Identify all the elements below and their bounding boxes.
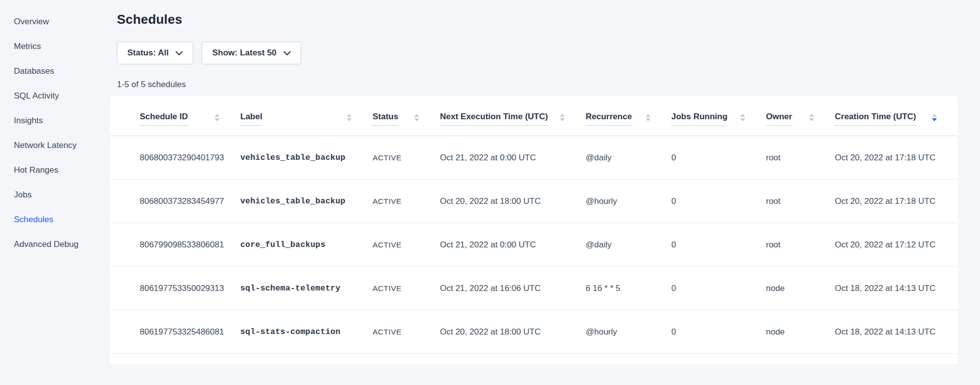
sort-asc-icon — [809, 114, 814, 117]
sort-asc-icon — [347, 114, 352, 117]
sort-asc-icon — [414, 114, 419, 117]
column-title: Schedule ID — [140, 112, 188, 126]
table-row: 806197753325486081sql-stats-compactionAC… — [110, 310, 958, 354]
show-filter-label: Show: Latest 50 — [212, 48, 276, 58]
cell-jobs-running: 0 — [671, 267, 766, 310]
table-header-row: Schedule IDLabelStatusNext Execution Tim… — [110, 96, 958, 136]
filter-bar: Status: All Show: Latest 50 — [117, 42, 958, 64]
cell-recurrence: @hourly — [586, 180, 671, 223]
sort-asc-icon — [646, 114, 651, 117]
cell-recurrence: @daily — [586, 136, 671, 180]
column-title: Owner — [766, 112, 792, 126]
column-header-owner[interactable]: Owner — [766, 96, 835, 136]
cell-id: 806197753325486081 — [110, 310, 240, 354]
chevron-down-icon — [283, 51, 291, 56]
sidebar-item-jobs[interactable]: Jobs — [14, 190, 110, 200]
column-header-label[interactable]: Label — [240, 96, 373, 136]
cell-label: vehicles_table_backup — [240, 136, 373, 180]
sort-icons — [740, 114, 745, 124]
sidebar-item-metrics[interactable]: Metrics — [14, 42, 110, 51]
cell-jobs-running: 0 — [671, 223, 766, 267]
sort-asc-icon — [560, 114, 565, 117]
cell-id: 806197753350029313 — [110, 267, 240, 310]
cell-recurrence: @daily — [586, 223, 671, 267]
sort-icons — [414, 114, 419, 124]
sidebar-item-databases[interactable]: Databases — [14, 66, 110, 76]
sidebar-item-schedules[interactable]: Schedules — [14, 215, 110, 225]
column-title: Creation Time (UTC) — [835, 112, 916, 126]
cell-id: 806799098533806081 — [110, 223, 240, 267]
sidebar-item-overview[interactable]: Overview — [14, 17, 110, 27]
cell-creation-time: Oct 20, 2022 at 17:18 UTC — [835, 180, 958, 223]
column-header-schedule-id[interactable]: Schedule ID — [110, 96, 240, 136]
sort-desc-icon — [347, 118, 352, 121]
cell-recurrence: @hourly — [586, 310, 671, 354]
cell-status: ACTIVE — [373, 310, 440, 354]
sidebar-item-insights[interactable]: Insights — [14, 116, 110, 126]
cell-owner: node — [766, 267, 835, 310]
status-filter-label: Status: All — [127, 48, 168, 58]
cell-id: 806800373290401793 — [110, 136, 240, 180]
column-header-creation-time-utc[interactable]: Creation Time (UTC) — [835, 96, 958, 136]
main-content: Schedules Status: All Show: Latest 50 1-… — [110, 0, 980, 385]
schedules-table: Schedule IDLabelStatusNext Execution Tim… — [110, 96, 958, 354]
column-title: Jobs Running — [671, 112, 727, 126]
cell-creation-time: Oct 20, 2022 at 17:12 UTC — [835, 223, 958, 267]
column-title: Recurrence — [586, 112, 632, 126]
cell-next-execution: Oct 21, 2022 at 0:00 UTC — [440, 136, 586, 180]
column-header-jobs-running[interactable]: Jobs Running — [671, 96, 766, 136]
cell-owner: root — [766, 180, 835, 223]
cell-status: ACTIVE — [373, 180, 440, 223]
page-title: Schedules — [117, 12, 958, 27]
column-header-recurrence[interactable]: Recurrence — [586, 96, 671, 136]
column-header-status[interactable]: Status — [373, 96, 440, 136]
cell-status: ACTIVE — [373, 223, 440, 267]
cell-jobs-running: 0 — [671, 136, 766, 180]
sort-desc-icon — [740, 118, 745, 121]
sort-icons — [215, 114, 219, 124]
sidebar-item-network-latency[interactable]: Network Latency — [14, 141, 110, 150]
sort-desc-icon — [560, 118, 565, 121]
column-header-next-execution-time-utc[interactable]: Next Execution Time (UTC) — [440, 96, 586, 136]
sort-desc-icon — [932, 118, 937, 121]
sort-asc-icon — [740, 114, 745, 117]
sidebar-item-hot-ranges[interactable]: Hot Ranges — [14, 165, 110, 175]
status-filter-dropdown[interactable]: Status: All — [117, 42, 193, 64]
sidebar-item-advanced-debug[interactable]: Advanced Debug — [14, 240, 110, 249]
table-row: 806799098533806081core_full_backupsACTIV… — [110, 223, 958, 267]
cell-owner: root — [766, 223, 835, 267]
sort-icons — [932, 114, 937, 124]
table-row: 806800373290401793vehicles_table_backupA… — [110, 136, 958, 180]
chevron-down-icon — [175, 51, 183, 56]
cell-label: vehicles_table_backup — [240, 180, 373, 223]
cell-creation-time: Oct 18, 2022 at 14:13 UTC — [835, 267, 958, 310]
cell-status: ACTIVE — [373, 267, 440, 310]
cell-id: 806800373283454977 — [110, 180, 240, 223]
cell-owner: root — [766, 136, 835, 180]
sort-icons — [809, 114, 814, 124]
sort-desc-icon — [809, 118, 814, 121]
cell-recurrence: 6 16 * * 5 — [586, 267, 671, 310]
sort-desc-icon — [646, 118, 651, 121]
cell-status: ACTIVE — [373, 136, 440, 180]
column-title: Next Execution Time (UTC) — [440, 112, 548, 126]
cell-next-execution: Oct 20, 2022 at 18:00 UTC — [440, 310, 586, 354]
sort-asc-icon — [932, 114, 937, 117]
cell-label: sql-stats-compaction — [240, 310, 373, 354]
sort-icons — [347, 114, 352, 124]
cell-creation-time: Oct 20, 2022 at 17:18 UTC — [835, 136, 958, 180]
sidebar-item-sql-activity[interactable]: SQL Activity — [14, 91, 110, 101]
sort-desc-icon — [414, 118, 419, 121]
column-title: Status — [373, 112, 398, 126]
cell-jobs-running: 0 — [671, 310, 766, 354]
column-title: Label — [240, 112, 262, 126]
show-filter-dropdown[interactable]: Show: Latest 50 — [202, 42, 301, 64]
results-count: 1-5 of 5 schedules — [117, 80, 958, 90]
table-row: 806800373283454977vehicles_table_backupA… — [110, 180, 958, 223]
cell-next-execution: Oct 21, 2022 at 16:06 UTC — [440, 267, 586, 310]
sort-desc-icon — [215, 118, 219, 121]
cell-jobs-running: 0 — [671, 180, 766, 223]
sort-icons — [560, 114, 565, 124]
sort-icons — [646, 114, 651, 124]
cell-owner: node — [766, 310, 835, 354]
